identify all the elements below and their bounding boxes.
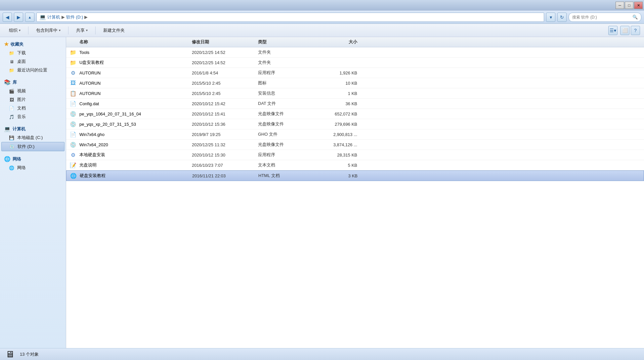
documents-icon: 📄 <box>9 105 15 111</box>
file-icon: 💿 <box>69 141 77 148</box>
recent-label: 最近访问的位置 <box>17 67 47 73</box>
table-row[interactable]: 📁 U盘安装教程 2020/12/25 14:52 文件夹 <box>66 58 644 68</box>
table-row[interactable]: 📄 Config.dat 2020/10/12 15:42 DAT 文件 36 … <box>66 99 644 109</box>
file-name-cell: 📁 Tools <box>66 49 192 56</box>
file-size: 36 KB <box>318 101 364 106</box>
network-item-icon: 🌐 <box>9 165 15 171</box>
breadcrumb-computer[interactable]: 计算机 <box>47 14 60 20</box>
c-drive-label: 本地磁盘 (C:) <box>17 135 43 141</box>
file-name-cell: 📋 AUTORUN <box>66 90 192 97</box>
maximize-button[interactable]: □ <box>625 2 633 9</box>
file-name: AUTORUN <box>79 70 101 75</box>
computer-section-icon: 💻 <box>4 126 11 132</box>
share-button[interactable]: 共享 ▾ <box>71 25 93 35</box>
table-row[interactable]: 💿 pe_yqs_1064_20_07_31_16_04 2020/10/12 … <box>66 109 644 119</box>
sidebar-item-music[interactable]: 🎵 音乐 <box>1 112 64 121</box>
col-header-type[interactable]: 类型 <box>258 39 318 45</box>
help-button[interactable]: ? <box>631 26 640 35</box>
view-options-button[interactable]: ☰▾ <box>608 26 618 35</box>
file-name: Win7x64.gho <box>79 132 105 137</box>
file-date: 2020/10/12 15:30 <box>192 153 258 158</box>
file-icon: 💿 <box>69 120 77 128</box>
dropdown-button[interactable]: ▾ <box>546 13 555 22</box>
table-row[interactable]: 📝 光盘说明 2016/10/23 7:07 文本文档 5 KB <box>66 160 644 170</box>
d-drive-icon: 💿 <box>9 144 15 150</box>
file-type: 文本文档 <box>258 162 318 168</box>
sidebar-item-c-drive[interactable]: 💾 本地磁盘 (C:) <box>1 133 64 142</box>
file-type: 文件夹 <box>258 60 318 66</box>
up-button[interactable]: ▲ <box>25 13 34 22</box>
new-folder-button[interactable]: 新建文件夹 <box>98 25 130 35</box>
search-icon[interactable]: 🔍 <box>632 15 638 20</box>
file-type: 应用程序 <box>258 70 318 76</box>
file-name: pe_yqs_xp_20_07_31_15_53 <box>79 122 136 127</box>
table-row[interactable]: 📄 Win7x64.gho 2019/9/7 19:25 GHO 文件 2,90… <box>66 129 644 140</box>
organize-button[interactable]: 组织 ▾ <box>4 25 25 35</box>
table-row[interactable]: ⚙ 本地硬盘安装 2020/10/12 15:30 应用程序 28,315 KB <box>66 150 644 160</box>
search-input[interactable] <box>572 15 631 20</box>
file-name-cell: 📄 Win7x64.gho <box>66 131 192 138</box>
sidebar-computer-header[interactable]: 💻 计算机 <box>1 124 64 133</box>
documents-label: 文档 <box>17 105 26 111</box>
breadcrumb-drive[interactable]: 软件 (D:) <box>66 14 83 20</box>
file-size: 2,900,813 ... <box>318 132 364 137</box>
minimize-button[interactable]: ─ <box>616 2 624 9</box>
file-size: 279,696 KB <box>318 122 364 127</box>
sidebar-network-header[interactable]: 🌐 网络 <box>1 155 64 163</box>
file-name-cell: 💿 pe_yqs_xp_20_07_31_15_53 <box>66 120 192 128</box>
sidebar-libraries-section: 📚 库 🎬 视频 🖼 图片 📄 文档 🎵 音乐 <box>1 78 64 121</box>
sidebar-item-download[interactable]: 📁 下载 <box>1 49 64 57</box>
forward-button[interactable]: ▶ <box>14 13 23 22</box>
file-list-header: 名称 修改日期 类型 大小 <box>66 37 644 47</box>
file-name: 硬盘安装教程 <box>80 173 106 179</box>
file-list-container: 名称 修改日期 类型 大小 📁 Tools 2020/12/25 14:52 文… <box>66 37 644 348</box>
file-name: U盘安装教程 <box>79 60 104 66</box>
sidebar-libraries-header[interactable]: 📚 库 <box>1 78 64 87</box>
table-row[interactable]: 📋 AUTORUN 2015/5/10 2:45 安装信息 1 KB <box>66 88 644 99</box>
title-bar-buttons: ─ □ ✕ <box>616 2 643 9</box>
file-name-cell: ⚙ 本地硬盘安装 <box>66 151 192 158</box>
sidebar-item-d-drive[interactable]: 💿 软件 (D:) <box>1 142 64 151</box>
organize-arrow: ▾ <box>19 28 21 32</box>
file-type: 光盘映像文件 <box>258 142 318 148</box>
libraries-icon: 📚 <box>4 79 11 85</box>
network-section-label: 网络 <box>13 156 21 162</box>
sidebar-item-network[interactable]: 🌐 网络 <box>1 163 64 172</box>
sidebar-item-video[interactable]: 🎬 视频 <box>1 87 64 95</box>
file-name-cell: 📁 U盘安装教程 <box>66 59 192 66</box>
sidebar-favorites-header[interactable]: ★ 收藏夹 <box>1 40 64 49</box>
table-row[interactable]: 📁 Tools 2020/12/25 14:52 文件夹 <box>66 47 644 58</box>
table-row[interactable]: 🌐 硬盘安装教程 2016/11/21 22:03 HTML 文档 3 KB <box>66 170 644 181</box>
download-icon: 📁 <box>9 50 15 56</box>
back-button[interactable]: ◀ <box>3 13 12 22</box>
file-size: 1,926 KB <box>318 70 364 75</box>
col-header-date[interactable]: 修改日期 <box>192 39 258 45</box>
file-icon: 📝 <box>69 161 77 169</box>
sidebar-item-recent[interactable]: 📁 最近访问的位置 <box>1 66 64 74</box>
col-header-name[interactable]: 名称 <box>66 39 192 45</box>
table-row[interactable]: 💿 pe_yqs_xp_20_07_31_15_53 2020/10/12 15… <box>66 119 644 129</box>
organize-label: 组织 <box>9 27 18 33</box>
refresh-button[interactable]: ↻ <box>557 13 567 22</box>
file-type: 光盘映像文件 <box>258 121 318 127</box>
file-name-cell: 📄 Config.dat <box>66 100 192 107</box>
file-name-cell: 🖼 AUTORUN <box>66 79 192 87</box>
file-type: 光盘映像文件 <box>258 111 318 117</box>
sidebar-item-pictures[interactable]: 🖼 图片 <box>1 95 64 104</box>
table-row[interactable]: 🖼 AUTORUN 2015/5/10 2:45 图标 10 KB <box>66 78 644 88</box>
computer-section-label: 计算机 <box>13 126 25 132</box>
table-row[interactable]: ⚙ AUTORUN 2016/1/8 4:54 应用程序 1,926 KB <box>66 68 644 78</box>
preview-pane-button[interactable]: ⬜ <box>620 26 629 35</box>
sidebar-item-desktop[interactable]: 🖥 桌面 <box>1 57 64 66</box>
col-header-size[interactable]: 大小 <box>318 39 364 45</box>
file-size: 10 KB <box>318 81 364 86</box>
sidebar: ★ 收藏夹 📁 下载 🖥 桌面 📁 最近访问的位置 📚 库 <box>0 37 66 348</box>
include-button[interactable]: 包含到库中 ▾ <box>31 25 65 35</box>
file-date: 2020/10/12 15:42 <box>192 101 258 106</box>
pictures-label: 图片 <box>17 97 26 103</box>
sidebar-item-documents[interactable]: 📄 文档 <box>1 104 64 112</box>
file-icon: 📄 <box>69 100 77 107</box>
table-row[interactable]: 💿 Win7x64_2020 2020/12/25 11:32 光盘映像文件 3… <box>66 140 644 150</box>
close-button[interactable]: ✕ <box>634 2 643 9</box>
include-label: 包含到库中 <box>36 27 58 33</box>
